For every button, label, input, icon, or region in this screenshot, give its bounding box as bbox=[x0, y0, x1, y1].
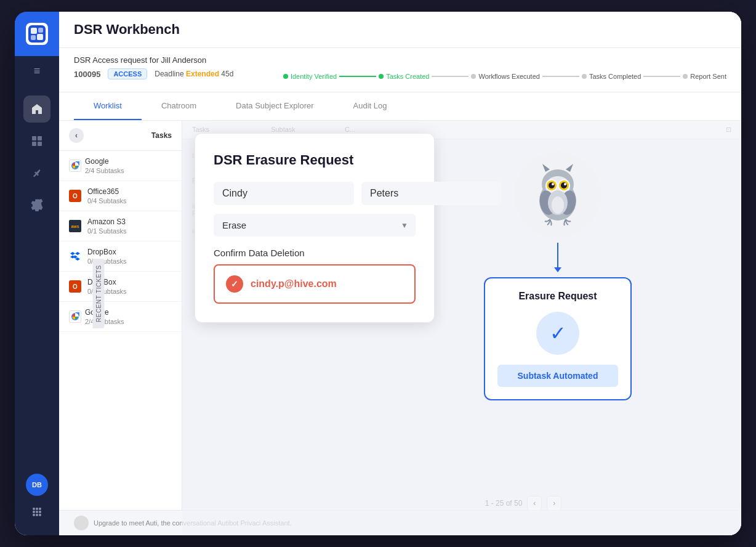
task-subtasks: 0/1 Subtasks bbox=[87, 227, 127, 235]
sidebar-item-tools[interactable] bbox=[23, 160, 50, 187]
task-subtasks: 2/4 Subtasks bbox=[85, 167, 124, 174]
back-button[interactable]: ‹ bbox=[69, 128, 84, 143]
sidebar-bottom: DB bbox=[26, 464, 48, 535]
list-item[interactable]: O Office365 0/4 Subtasks bbox=[59, 181, 182, 211]
aws-icon: aws bbox=[69, 220, 81, 232]
menu-toggle-button[interactable]: ≡ bbox=[15, 56, 59, 86]
erasure-card-title: Erasure Request bbox=[497, 291, 618, 302]
step-label: Identity Verified bbox=[291, 73, 337, 80]
svg-rect-1 bbox=[31, 28, 37, 34]
step-label: Tasks Completed bbox=[589, 73, 641, 80]
svg-point-12 bbox=[33, 511, 35, 513]
step-label: Tasks Created bbox=[386, 73, 429, 80]
list-item[interactable]: Google 2/4 Subtasks bbox=[59, 302, 182, 332]
task-name: Google bbox=[85, 308, 124, 317]
check-circle: ✓ bbox=[536, 312, 579, 355]
ticket-id: 100095 bbox=[74, 70, 100, 79]
list-item[interactable]: DropBox 0/1 Subtasks bbox=[59, 241, 182, 272]
step-line-inactive bbox=[432, 76, 468, 77]
top-header: DSR Workbench bbox=[59, 12, 741, 48]
step-dot bbox=[471, 74, 476, 79]
dropbox-ms-icon: O bbox=[69, 280, 81, 293]
erasure-request-card: Erasure Request ✓ Subtask Automated bbox=[484, 277, 632, 400]
office365-icon: O bbox=[69, 190, 81, 202]
main-content: DSR Workbench DSR Access request for Jil… bbox=[59, 12, 741, 535]
svg-point-30 bbox=[564, 183, 566, 185]
sidebar-item-settings[interactable] bbox=[23, 192, 50, 219]
right-panel: Erasure Request ✓ Subtask Automated bbox=[459, 133, 656, 419]
svg-marker-20 bbox=[542, 164, 550, 172]
upgrade-avatar bbox=[74, 516, 89, 530]
tasks-label: Tasks bbox=[151, 131, 172, 140]
deadline-extended: Extended bbox=[186, 70, 219, 78]
task-panel: ‹ Tasks Google 2/4 Subtasks bbox=[59, 121, 182, 535]
svg-rect-5 bbox=[32, 136, 36, 140]
dropbox-icon bbox=[69, 250, 81, 262]
step-report: Report Sent bbox=[683, 73, 726, 80]
step-identity: Identity Verified bbox=[283, 73, 337, 80]
task-name: Office365 bbox=[87, 187, 127, 196]
erasure-modal: DSR Erasure Request Erase Restrict Anony… bbox=[195, 133, 435, 323]
svg-rect-8 bbox=[38, 142, 42, 146]
svg-point-14 bbox=[39, 511, 41, 513]
svg-marker-21 bbox=[566, 164, 573, 172]
sidebar-logo bbox=[15, 12, 59, 56]
tab-audit-log[interactable]: Audit Log bbox=[334, 92, 407, 120]
email-text: cindy.p@hive.com bbox=[251, 278, 337, 290]
subtask-automated-button[interactable]: Subtask Automated bbox=[497, 365, 618, 387]
step-dot bbox=[683, 74, 688, 79]
svg-point-25 bbox=[549, 182, 555, 188]
tabs-bar: Worklist Chatroom Data Subject Explorer … bbox=[59, 92, 741, 121]
step-workflows: Workflows Executed bbox=[471, 73, 539, 80]
recent-tickets-tab[interactable]: RECENT TICKETS bbox=[93, 259, 105, 328]
user-avatar-button[interactable]: DB bbox=[26, 474, 48, 496]
step-tasks: Tasks Created bbox=[379, 73, 429, 80]
erase-select-wrapper: Erase Restrict Anonymize ▼ bbox=[214, 214, 416, 237]
task-subtasks: 2/4 Subtasks bbox=[85, 318, 124, 325]
tab-chatroom[interactable]: Chatroom bbox=[142, 92, 216, 120]
svg-point-10 bbox=[36, 508, 38, 510]
first-name-input[interactable] bbox=[214, 182, 354, 205]
arrow-head bbox=[554, 267, 561, 272]
svg-rect-4 bbox=[37, 34, 43, 40]
task-name: Google bbox=[85, 157, 124, 166]
checkmark-icon: ✓ bbox=[550, 322, 566, 345]
google-icon bbox=[69, 160, 81, 172]
task-panel-header: ‹ Tasks bbox=[59, 121, 182, 151]
sidebar-item-grid[interactable] bbox=[23, 128, 50, 155]
tab-data-subject-explorer[interactable]: Data Subject Explorer bbox=[216, 92, 333, 120]
content-area: RECENT TICKETS ‹ Tasks Google 2/4 Su bbox=[59, 121, 741, 535]
action-select[interactable]: Erase Restrict Anonymize bbox=[214, 214, 416, 237]
step-dot bbox=[379, 74, 384, 79]
dsr-meta: 100095 ACCESS Deadline Extended 45d bbox=[74, 68, 233, 79]
owl-illustration bbox=[515, 152, 601, 238]
sidebar: ≡ DB bbox=[15, 12, 59, 535]
sidebar-item-home[interactable] bbox=[23, 95, 50, 123]
step-dot bbox=[283, 74, 288, 79]
svg-point-26 bbox=[552, 183, 554, 185]
tab-worklist[interactable]: Worklist bbox=[74, 92, 142, 120]
svg-rect-6 bbox=[38, 136, 42, 140]
progress-steps: Identity Verified Tasks Created Workflow… bbox=[283, 73, 726, 80]
list-item[interactable]: aws Amazon S3 0/1 Subtasks bbox=[59, 211, 182, 241]
step-dot bbox=[582, 74, 587, 79]
list-item[interactable]: O DropBox 0/1 Subtasks bbox=[59, 272, 182, 302]
svg-point-13 bbox=[36, 511, 38, 513]
select-arrow-icon: ▼ bbox=[401, 221, 408, 230]
logo-icon bbox=[26, 23, 48, 45]
google-icon2 bbox=[69, 310, 81, 323]
task-name: DropBox bbox=[87, 248, 127, 256]
arrow-line bbox=[557, 243, 558, 267]
step-label: Report Sent bbox=[690, 73, 726, 80]
svg-point-9 bbox=[33, 508, 35, 510]
step-line-inactive3 bbox=[643, 76, 680, 77]
email-confirm-box: ✓ cindy.p@hive.com bbox=[214, 264, 416, 304]
svg-rect-3 bbox=[31, 35, 36, 40]
list-item[interactable]: Google 2/4 Subtasks bbox=[59, 151, 182, 181]
modal-title: DSR Erasure Request bbox=[214, 152, 416, 168]
step-label: Workflows Executed bbox=[478, 73, 539, 80]
step-line-inactive2 bbox=[542, 76, 579, 77]
modal-overlay: DSR Erasure Request Erase Restrict Anony… bbox=[182, 121, 741, 535]
svg-point-17 bbox=[39, 514, 41, 516]
apps-grid-button[interactable] bbox=[26, 501, 48, 523]
